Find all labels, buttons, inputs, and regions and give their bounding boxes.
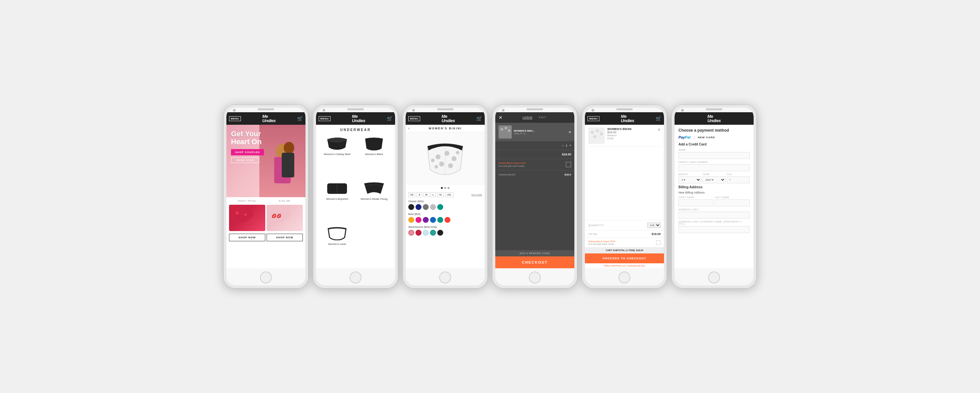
qty-increase[interactable]: + [570,144,571,147]
address1-input[interactable] [678,212,750,219]
swatch-teal[interactable] [437,204,443,210]
swatch-purple[interactable] [423,217,429,223]
home-button[interactable] [619,271,630,284]
mini-qty-label: QUANTITY [588,224,604,227]
cart-close-button[interactable]: ✕ [499,115,503,120]
svg-point-26 [593,135,597,138]
shop-couples-button[interactable]: SHOP COUPLES [231,149,264,155]
mini-subscribe-checkbox[interactable] [656,240,661,245]
underwear-icon-cheeky [326,135,348,151]
underwear-item[interactable]: Women's Cheeky Brief [320,135,354,177]
menu-button[interactable]: MENU [408,116,420,121]
qty-control[interactable]: – 1 + [562,144,571,147]
swatch-lightgrey[interactable] [430,204,436,210]
app-logo: Me Undies [621,114,634,123]
size-xl[interactable]: XL [437,192,444,197]
home-button[interactable] [708,271,720,284]
menu-button[interactable]: MENU [229,116,241,121]
mini-total-row: TOTAL $18.00 [585,230,664,238]
shop-now-button-2[interactable]: SHOP NOW [267,234,303,241]
new-card-button[interactable]: NEW CARD [698,136,715,139]
phone-home: MENU Me Undies 🛒 Get Your Heart On SHOP … [223,105,309,288]
size-2xl[interactable]: 2XL [445,192,453,197]
first-name-input[interactable] [678,200,713,206]
swatch-grey[interactable] [423,204,429,210]
home-button[interactable] [350,271,361,284]
underwear-item[interactable]: Women's Boyshort [320,180,354,222]
underwear-item[interactable]: Women's Modal Thong [357,180,391,222]
going-stag-button[interactable]: GOING STAG [231,157,259,163]
swatch-navy[interactable] [415,204,422,210]
year-select[interactable]: 2017 ▾ [703,176,725,183]
back-button[interactable]: ‹ [408,126,410,131]
swatch-teal2[interactable] [437,217,443,223]
cart-item-name: WOMEN'S BIKI... [514,129,566,132]
lacie-svg [326,225,348,240]
dot-3[interactable] [447,187,449,189]
mini-cart: WOMEN'S BIKINI $18.00 Medium Dotty ✕ [585,125,664,220]
mini-cart-remove[interactable]: ✕ [657,127,661,132]
cart-icon[interactable]: 🛒 [476,116,482,121]
underwear-label-lacie: Women's Lacie [328,242,346,246]
mini-qty-select[interactable]: 1 ▾ 2 3 [647,222,661,228]
address2-label: ADDRESS LINE 2 (COMPANY NAME, APARTMENT … [678,220,750,225]
size-guide-link[interactable]: Size guide [471,193,482,196]
product-image-kiss-me: 💋💋 [267,205,303,231]
home-button[interactable] [439,271,451,284]
size-s[interactable]: S [417,192,422,197]
qty-decrease[interactable]: – [562,144,564,147]
swatch-blue[interactable] [430,217,436,223]
mini-subscribe-sub: to a new pair each month [588,243,615,245]
tab-edit[interactable]: EDIT [539,116,546,119]
address2-input[interactable] [678,226,750,233]
underwear-item[interactable]: Women's Lacie [320,225,354,267]
menu-button[interactable]: MENU [587,116,600,121]
tab-login[interactable]: LOGIN [523,116,533,119]
swatch-pattern3[interactable] [423,230,429,236]
cart-icon[interactable]: 🛒 [656,116,661,121]
cc-field-input[interactable] [678,164,750,171]
address1-label: ADDRESS LINE 1 [678,208,750,211]
swatch-pattern4[interactable] [430,230,436,236]
subscribe-checkbox[interactable] [566,162,571,167]
svg-point-13 [448,163,453,168]
underwear-label-cheeky: Women's Cheeky Brief [324,153,351,156]
home-button[interactable] [260,271,272,284]
swatch-black[interactable] [408,204,414,210]
cart-item-remove[interactable]: ✕ [568,130,571,134]
underwear-item[interactable]: Women's Bikini [357,135,391,177]
month-select[interactable]: 1 ▾ [678,176,701,183]
dot-2[interactable] [444,187,446,189]
swatch-red[interactable] [444,217,450,223]
swatch-pattern1[interactable] [408,230,414,236]
cart-icon[interactable]: 🛒 [387,116,393,121]
dot-1[interactable] [441,187,443,189]
checkout-button[interactable]: CHECKOUT [495,257,574,268]
reward-code-row[interactable]: ADD A REWARD CODE [495,250,574,257]
mini-total-label: TOTAL [588,233,598,236]
swatch-pattern2[interactable] [415,230,422,236]
swatch-pattern5[interactable] [437,230,443,236]
svg-point-20 [504,127,507,129]
name-field-input[interactable] [678,152,750,159]
size-l[interactable]: L [431,192,436,197]
swatch-pink[interactable] [415,217,422,223]
paypal-logo[interactable]: PayPal [678,135,690,139]
size-xs[interactable]: XS [408,192,415,197]
last-name-input[interactable] [715,200,750,206]
shop-now-button-1[interactable]: SHOP NOW [229,234,265,241]
cc-field-label: CREDIT CARD NUMBER [678,161,750,163]
phone-speaker [258,108,274,110]
proceed-checkout-button[interactable]: PROCEED TO CHECKOUT [585,254,664,263]
size-m[interactable]: M [423,192,430,197]
cvc-input[interactable] [727,176,750,183]
month-label: MONTH [678,173,701,176]
cvc-label: CVC [727,173,750,176]
swatch-orange[interactable] [408,217,414,223]
cart-icon[interactable]: 🛒 [297,116,303,121]
menu-button[interactable]: MENU [319,116,331,121]
mini-cart-price: $18.00 [607,131,655,134]
phone-top-bar [313,105,398,112]
cvc-col: CVC [727,173,750,183]
home-button[interactable] [529,271,541,284]
